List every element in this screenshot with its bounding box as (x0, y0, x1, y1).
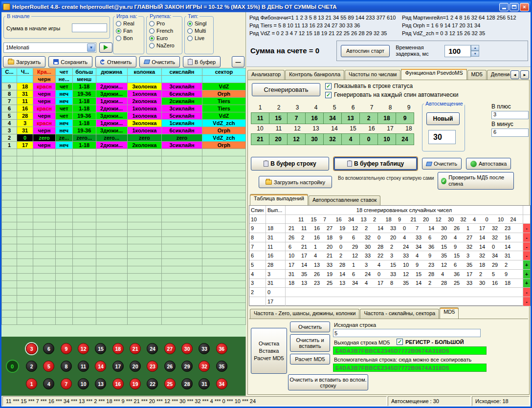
roulette-option-NaZero[interactable]: NaZero (149, 43, 182, 48)
game-option-Real[interactable]: Real (116, 21, 144, 26)
board-number-16[interactable]: 16 (112, 378, 124, 389)
frequency-tabstrip: Частота - Zero, шансы, дюжины, колонкиЧа… (250, 308, 459, 319)
copy-row-to-buffer-button[interactable]: В буфер строку (251, 157, 329, 171)
game-option-Bon[interactable]: Bon (116, 35, 144, 41)
board-number-9[interactable]: 9 (61, 343, 72, 354)
maximize-button[interactable] (510, 3, 519, 11)
roulette-option-Pro[interactable]: Pro (149, 21, 182, 26)
type-option-Singl[interactable]: Singl (187, 21, 213, 26)
md5-clear-paste-button[interactable]: Очистить и вставить (290, 334, 330, 352)
md5-helper-field[interactable]: E4DA3B7FBBCE2345D7772B0674A318D5 (333, 364, 487, 372)
board-number-8[interactable]: 8 (61, 361, 72, 372)
board-number-34[interactable]: 34 (216, 378, 227, 389)
checkbox-show-in-status[interactable]: ✓ Показывать в строке статуса (325, 83, 413, 89)
collapse-button[interactable]: — (232, 56, 244, 67)
board-number-21[interactable]: 21 (130, 343, 141, 354)
check-md5-after-spin-button[interactable]: ✓Проверить МД5 после спина (438, 172, 514, 190)
board-number-22[interactable]: 22 (147, 378, 158, 389)
minimize-button[interactable] (499, 3, 509, 11)
load-settings-button[interactable]: Загрузить настройку (259, 176, 332, 188)
autospin-start-button[interactable]: Автоспин старт (341, 45, 390, 57)
board-number-26[interactable]: 26 (164, 361, 176, 372)
board-number-4[interactable]: 4 (43, 378, 54, 389)
board-number-33[interactable]: 33 (199, 343, 210, 354)
board-number-2[interactable]: 2 (26, 361, 37, 372)
main-tab-5[interactable]: Деление ко... (487, 70, 510, 80)
board-number-27[interactable]: 27 (164, 343, 176, 354)
plus-input[interactable]: 3 (491, 111, 529, 119)
board-number-3[interactable]: 3 (26, 343, 37, 354)
type-option-Live[interactable]: Live (187, 35, 213, 41)
tabs-scroll-right-button[interactable]: ► (520, 70, 529, 79)
checkbox-uppercase-register[interactable]: ✓ РЕГИСТР - БОЛЬШОЙ (397, 339, 464, 345)
freq-tab-1[interactable]: Частота - сиклайны, сектора (360, 309, 439, 319)
board-number-0[interactable]: 0 (6, 360, 19, 373)
md5-big-button[interactable]: Очистка Вставка Расчет MD5 (251, 328, 287, 374)
freq-tab-0[interactable]: Частота - Zero, шансы, дюжины, колонки (250, 309, 359, 319)
board-number-28[interactable]: 28 (181, 378, 193, 389)
board-number-30[interactable]: 30 (181, 343, 193, 354)
md5-source-input[interactable] (333, 329, 481, 337)
clear-button[interactable]: Очистить (139, 56, 180, 67)
new-autoshift-button[interactable]: Новый (426, 112, 460, 125)
board-number-20[interactable]: 20 (130, 361, 141, 372)
board-number-24[interactable]: 24 (147, 343, 158, 354)
main-tab-4[interactable]: MD5 (467, 70, 487, 80)
play-button[interactable] (99, 43, 112, 53)
board-number-13[interactable]: 13 (95, 378, 106, 389)
autobet-button[interactable]: Автоставка (466, 158, 511, 170)
roulette-option-French[interactable]: French (149, 28, 182, 34)
drop-tab-0[interactable]: Таблица выпадений (250, 194, 308, 205)
delay-value-input[interactable]: 100 (444, 45, 471, 57)
tabs-scroll-left-button[interactable]: ◄ (510, 70, 519, 79)
md5-output-field[interactable]: E4DA3B7FBBCE2345D7772B0674A318D5 (333, 346, 487, 355)
spinner-down-button[interactable]: ▼ (471, 51, 479, 57)
save-button[interactable]: Сохранить (48, 56, 92, 67)
drop-tab-1[interactable]: Автопроставление ставок (309, 195, 380, 205)
board-number-18[interactable]: 18 (112, 343, 124, 354)
start-sum-input[interactable] (72, 23, 107, 32)
board-number-32[interactable]: 32 (199, 361, 210, 372)
board-number-10[interactable]: 10 (78, 378, 89, 389)
main-tab-1[interactable]: Контроль банкролла (285, 70, 344, 80)
board-number-12[interactable]: 12 (78, 343, 89, 354)
board-number-23[interactable]: 23 (147, 361, 158, 372)
autoshift-value-input[interactable]: 30 (428, 130, 456, 144)
main-tab-3[interactable]: Функционал PsevdoMS (401, 69, 466, 80)
board-number-7[interactable]: 7 (61, 378, 72, 389)
md5-clear-paste-helper-button[interactable]: Очистить и вставить во вспом. строку (288, 374, 368, 390)
board-number-35[interactable]: 35 (216, 361, 227, 372)
board-number-1[interactable]: 1 (26, 378, 37, 389)
close-button[interactable]: × (520, 3, 529, 11)
chevron-down-icon[interactable]: ▼ (87, 43, 95, 52)
clear-grid-button[interactable]: Очистить (422, 158, 462, 170)
undo-button[interactable]: Отменить (95, 56, 136, 67)
board-number-14[interactable]: 14 (95, 361, 106, 372)
load-button[interactable]: Загрузить (3, 56, 45, 67)
board-number-31[interactable]: 31 (199, 378, 210, 389)
board-number-25[interactable]: 25 (164, 378, 176, 389)
main-tab-0[interactable]: Анализатор (247, 70, 285, 80)
preset-select[interactable]: 1Melonati ▼ (3, 43, 96, 53)
board-number-19[interactable]: 19 (130, 378, 141, 389)
freq-tab-2[interactable]: MD5 (440, 307, 459, 319)
spinner-up-button[interactable]: ▲ (471, 45, 479, 51)
board-number-6[interactable]: 6 (43, 343, 54, 354)
md5-calc-button[interactable]: Расчет MD5 (290, 354, 330, 365)
md5-clear-button[interactable]: Очистить (290, 322, 330, 332)
board-number-5[interactable]: 5 (43, 361, 54, 372)
board-number-17[interactable]: 17 (112, 361, 124, 372)
checkbox-generate-each-spin[interactable]: ✓ Генерировать на каждый спин автоматиче… (325, 91, 458, 98)
copy-table-to-buffer-button[interactable]: В буфер таблицу (333, 157, 418, 171)
roulette-option-Euro[interactable]: Euro (149, 35, 182, 41)
copy-buffer-button[interactable]: В буфер (183, 56, 221, 67)
board-number-15[interactable]: 15 (95, 343, 106, 354)
board-number-11[interactable]: 11 (78, 361, 89, 372)
minus-input[interactable]: 6 (491, 129, 529, 137)
game-option-Fan[interactable]: Fan (116, 28, 144, 34)
generate-button[interactable]: Сгенерировать (252, 83, 320, 96)
board-number-29[interactable]: 29 (181, 361, 193, 372)
main-tab-2[interactable]: Частоты по числам (345, 70, 400, 80)
board-number-36[interactable]: 36 (216, 343, 227, 354)
type-option-Multi[interactable]: Multi (187, 28, 213, 34)
